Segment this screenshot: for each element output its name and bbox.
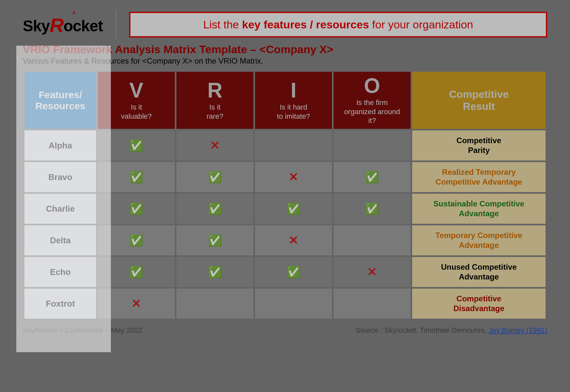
col-v-question: Is it valuable? xyxy=(121,103,152,120)
col-features-label: Features/ Resources xyxy=(35,89,85,111)
check-icon: ✅ xyxy=(129,171,143,183)
col-r: RIs it rare? xyxy=(176,72,253,129)
cell-i: ✕ xyxy=(255,225,332,255)
col-r-letter: R xyxy=(179,80,251,101)
cell-v: ✅ xyxy=(98,225,175,255)
col-o: OIs the firm organized around it? xyxy=(334,72,411,129)
cell-v: ✅ xyxy=(98,194,175,224)
col-v-letter: V xyxy=(100,80,172,101)
page-title: VRIO Framework Analysis Matrix Template … xyxy=(23,43,547,56)
table-header-row: Features/ Resources VIs it valuable? RIs… xyxy=(24,72,546,129)
col-features: Features/ Resources xyxy=(24,72,96,129)
check-icon: ✅ xyxy=(129,266,143,278)
check-icon: ✅ xyxy=(208,266,222,278)
cross-icon: ✕ xyxy=(367,265,377,279)
cell-result: Competitive Disadvantage xyxy=(412,289,546,319)
row-label: Delta xyxy=(24,225,96,255)
cell-o xyxy=(334,130,411,160)
callout-suffix: for your organization xyxy=(369,18,473,31)
page-subtitle: Various Features & Resources for <Compan… xyxy=(23,56,547,66)
cell-result: Temporary Competitive Advantage xyxy=(412,225,546,255)
row-label: Foxtrot xyxy=(24,289,96,319)
footer-source-prefix: Source : Skyrocket, Timothée Demoures, xyxy=(356,326,488,334)
brand-sky: Sky xyxy=(23,17,50,35)
slide: ′ SkyRocket List the key features / reso… xyxy=(0,0,570,392)
cross-icon: ✕ xyxy=(131,297,141,310)
topbar: ′ SkyRocket List the key features / reso… xyxy=(23,10,547,39)
brand-r: R xyxy=(50,14,63,36)
check-icon: ✅ xyxy=(365,171,379,183)
footer: SkyRocket – Confidential – May 2022 Sour… xyxy=(23,326,547,335)
col-i-letter: I xyxy=(258,80,329,101)
check-icon: ✅ xyxy=(287,266,300,278)
callout-bold: key features / resources xyxy=(242,18,369,31)
row-label: Bravo xyxy=(24,162,96,192)
col-r-question: Is it rare? xyxy=(206,103,223,120)
cell-v: ✅ xyxy=(98,162,175,192)
table-body: Alpha✅✕Competitive ParityBravo✅✅✕✅Realiz… xyxy=(24,130,546,319)
divider xyxy=(116,10,116,39)
cell-r: ✕ xyxy=(176,130,253,160)
cell-i xyxy=(255,130,332,160)
col-result-label: Competitive Result xyxy=(449,88,509,112)
cell-v: ✅ xyxy=(98,130,175,160)
cell-r: ✅ xyxy=(176,194,253,224)
cell-o: ✅ xyxy=(334,194,411,224)
row-label: Alpha xyxy=(24,130,96,160)
cross-icon: ✕ xyxy=(289,170,298,184)
cell-o xyxy=(334,289,411,319)
table-row: Echo✅✅✅✕Unused Competitive Advantage xyxy=(24,257,546,287)
col-o-question: Is the firm organized around it? xyxy=(344,98,400,125)
cross-icon: ✕ xyxy=(289,234,298,247)
col-v: VIs it valuable? xyxy=(98,72,175,129)
cell-v: ✅ xyxy=(98,257,175,287)
table-row: Alpha✅✕Competitive Parity xyxy=(24,130,546,160)
table-row: Delta✅✅✕Temporary Competitive Advantage xyxy=(24,225,546,255)
table-row: Bravo✅✅✕✅Realized Temporary Competitive … xyxy=(24,162,546,192)
cell-r xyxy=(176,289,253,319)
cell-i: ✅ xyxy=(255,194,332,224)
cell-result: Sustainable Competitive Advantage xyxy=(412,194,546,224)
cell-i: ✕ xyxy=(255,162,332,192)
callout-prefix: List the xyxy=(203,18,242,31)
cell-o: ✕ xyxy=(334,257,411,287)
footer-source-link[interactable]: Jay Barney (1991) xyxy=(488,326,547,334)
check-icon: ✅ xyxy=(365,203,379,215)
check-icon: ✅ xyxy=(208,234,222,247)
col-o-letter: O xyxy=(336,75,408,96)
cell-r: ✅ xyxy=(176,257,253,287)
check-icon: ✅ xyxy=(208,203,222,215)
col-i: IIs it hard to imitate? xyxy=(255,72,332,129)
cell-i xyxy=(255,289,332,319)
footer-left: SkyRocket – Confidential – May 2022 xyxy=(23,326,142,335)
brand-ocket: ocket xyxy=(64,17,103,35)
table-row: Foxtrot✕Competitive Disadvantage xyxy=(24,289,546,319)
row-label: Charlie xyxy=(24,194,96,224)
cell-result: Unused Competitive Advantage xyxy=(412,257,546,287)
cell-result: Competitive Parity xyxy=(412,130,546,160)
brand-logo: ′ SkyRocket xyxy=(23,13,103,36)
cell-i: ✅ xyxy=(255,257,332,287)
cell-result: Realized Temporary Competitive Advantage xyxy=(412,162,546,192)
cell-o xyxy=(334,225,411,255)
vrio-table: Features/ Resources VIs it valuable? RIs… xyxy=(23,70,547,320)
cross-icon: ✕ xyxy=(210,139,220,152)
row-label: Echo xyxy=(24,257,96,287)
col-result: Competitive Result xyxy=(412,72,546,129)
col-i-question: Is it hard to imitate? xyxy=(277,103,310,120)
check-icon: ✅ xyxy=(287,203,300,215)
footer-right: Source : Skyrocket, Timothée Demoures, J… xyxy=(356,326,547,335)
check-icon: ✅ xyxy=(208,171,222,183)
check-icon: ✅ xyxy=(129,203,143,215)
check-icon: ✅ xyxy=(129,234,143,247)
cell-o: ✅ xyxy=(334,162,411,192)
table-row: Charlie✅✅✅✅Sustainable Competitive Advan… xyxy=(24,194,546,224)
check-icon: ✅ xyxy=(129,139,143,152)
titles: VRIO Framework Analysis Matrix Template … xyxy=(23,43,547,66)
instruction-callout: List the key features / resources for yo… xyxy=(129,12,547,38)
cell-r: ✅ xyxy=(176,225,253,255)
cell-r: ✅ xyxy=(176,162,253,192)
cell-v: ✕ xyxy=(98,289,175,319)
